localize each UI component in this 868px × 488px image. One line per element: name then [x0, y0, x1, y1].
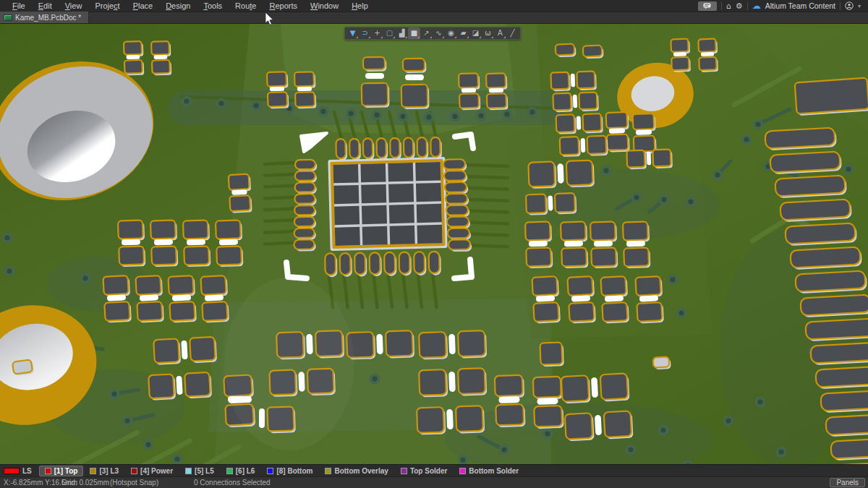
panels-button[interactable]: Panels [830, 478, 865, 487]
menu-tools[interactable]: Tools [197, 0, 229, 12]
move-icon[interactable]: + [371, 27, 383, 39]
menu-window[interactable]: Window [304, 0, 345, 12]
menu-design[interactable]: Design [159, 0, 197, 12]
trace-icon[interactable]: ↗ [420, 27, 433, 39]
line-icon[interactable]: ╱ [506, 27, 519, 39]
layer-tab-l6[interactable]: [6] L6 [221, 466, 261, 476]
layer-tab-bottom-solder[interactable]: Bottom Solder [454, 466, 524, 476]
polygon-icon[interactable]: ▰ [457, 27, 469, 39]
gear-icon[interactable]: ⚙ [736, 1, 743, 11]
menu-help[interactable]: Help [345, 0, 375, 12]
region-icon[interactable]: ◪ [469, 27, 482, 39]
comments-button[interactable] [698, 1, 717, 11]
home-icon[interactable]: ⌂ [726, 1, 731, 11]
snap-mode-readout: (Hotspot Snap) [110, 479, 158, 487]
menu-reports[interactable]: Reports [263, 0, 304, 12]
interactive-route-icon[interactable]: ⊃ [359, 27, 371, 39]
altium-designer-window: File Edit View Project Place Design Tool… [0, 0, 868, 488]
layer-tab-power[interactable]: [4] Power [125, 466, 179, 476]
connections-status: 0 Connections Selected [194, 479, 271, 487]
layer-bar: LS [1] Top [3] L3 [4] Power [5] L5 [6] L… [0, 464, 868, 476]
menu-edit[interactable]: Edit [32, 0, 59, 12]
arc-icon[interactable]: ∿ [433, 27, 445, 39]
layer-color-chip [459, 468, 466, 474]
separator [721, 2, 722, 10]
menu-items: File Edit View Project Place Design Tool… [0, 0, 375, 12]
layer-stack-icon[interactable]: ▟ [396, 27, 408, 39]
menu-place[interactable]: Place [127, 0, 160, 12]
cloud-icon: ☁ [752, 1, 761, 11]
menu-bar: File Edit View Project Place Design Tool… [0, 0, 868, 12]
document-tab-bar: Kame_MB.PcbDoc * [0, 12, 868, 24]
filter-icon[interactable]: ▼ [346, 27, 359, 39]
grid-readout: Grid: 0.025mm [61, 479, 109, 487]
layer-tab-l3[interactable]: [3] L3 [84, 466, 124, 476]
layer-tab-top[interactable]: [1] Top [39, 466, 84, 476]
active-bar: ▼ ⊃ + ▢ ▟ ■ ↗ ∿ ◉ ▰ ◪ ω A ╱ [344, 27, 521, 40]
pad-icon[interactable]: ■ [408, 27, 420, 39]
layer-set-label[interactable]: LS [22, 467, 32, 475]
qfn-footprint [328, 157, 447, 251]
layer-color-chip [45, 468, 51, 474]
layer-color-chip [325, 468, 331, 474]
layer-set-swatch[interactable] [4, 468, 20, 474]
menu-view[interactable]: View [59, 0, 89, 12]
layer-color-chip [185, 468, 192, 474]
via-icon[interactable]: ◉ [445, 27, 457, 39]
menu-route[interactable]: Route [229, 0, 263, 12]
pcb-3d-render[interactable] [0, 24, 868, 464]
pcb-3d-viewport[interactable]: ▼ ⊃ + ▢ ▟ ■ ↗ ∿ ◉ ▰ ◪ ω A ╱ [0, 24, 868, 464]
document-tab-title: Kame_MB.PcbDoc * [15, 14, 81, 22]
layer-tab-l5[interactable]: [5] L5 [179, 466, 220, 476]
layer-color-chip [267, 468, 273, 474]
separator [840, 2, 841, 10]
chat-bubble-icon [703, 3, 711, 9]
menu-file[interactable]: File [6, 0, 32, 12]
mouse-cursor [265, 12, 275, 30]
separator [747, 2, 748, 10]
document-tab-active[interactable]: Kame_MB.PcbDoc * [0, 12, 89, 23]
status-bar: X:-6.825mm Y:16.5mm Grid: 0.025mm (Hotsp… [0, 476, 868, 488]
user-menu-caret-icon[interactable]: ▾ [858, 3, 861, 9]
user-account-icon[interactable] [845, 1, 854, 10]
layer-color-chip [226, 468, 233, 474]
layer-tab-bottom-overlay[interactable]: Bottom Overlay [319, 466, 393, 476]
pcbdoc-icon [4, 14, 12, 21]
menu-project[interactable]: Project [88, 0, 126, 12]
layer-tab-bottom[interactable]: [8] Bottom [261, 466, 318, 476]
layer-color-chip [131, 468, 137, 474]
team-content-link[interactable]: Altium Team Content [765, 1, 835, 10]
layer-color-chip [401, 468, 407, 474]
text-icon[interactable]: A [494, 27, 506, 39]
layer-color-chip [90, 468, 96, 474]
layer-tab-top-solder[interactable]: Top Solder [395, 466, 453, 476]
string-icon[interactable]: ω [482, 27, 494, 39]
select-area-icon[interactable]: ▢ [383, 27, 396, 39]
